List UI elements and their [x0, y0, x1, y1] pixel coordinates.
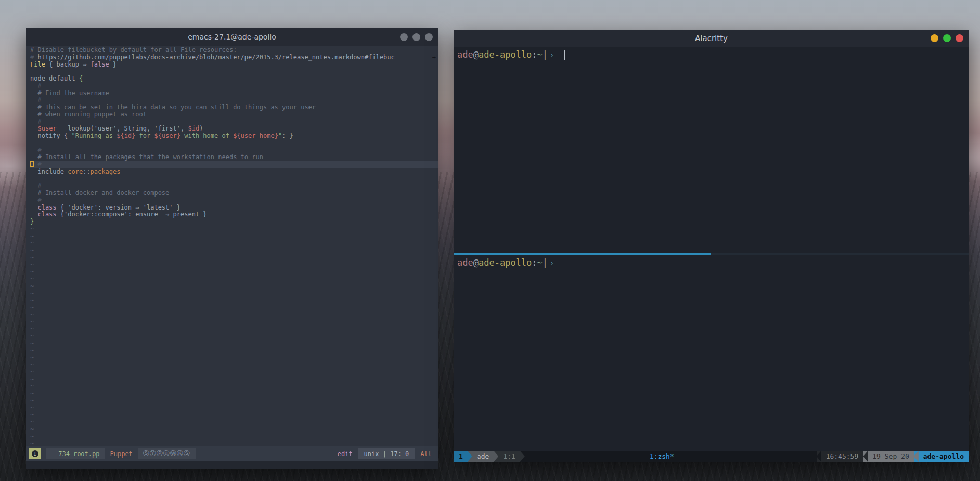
empty-line-tilde: ~ — [30, 276, 438, 283]
code-token: {'docker::compose': ensure ⇒ present } — [57, 211, 207, 218]
tmux-segment-19-sep-20[interactable]: 19-Sep-20 — [868, 451, 913, 462]
powerline-arrow-icon — [914, 451, 919, 462]
emacs-echo-area[interactable] — [26, 461, 438, 469]
tilde-marker: ~ — [30, 404, 34, 411]
empty-line-tilde: ~ — [30, 247, 438, 254]
tilde-marker: ~ — [30, 246, 34, 254]
tilde-marker: ~ — [30, 296, 34, 304]
empty-line-tilde: ~ — [30, 347, 438, 355]
emacs-buffer[interactable]: # Disable filebucket by default for all … — [26, 46, 438, 446]
powerline-arrow-icon — [468, 451, 472, 462]
empty-line-tilde: ~ — [30, 254, 438, 262]
tilde-marker: ~ — [30, 397, 34, 404]
minimize-button-icon[interactable] — [931, 34, 938, 42]
empty-line-tilde: ~ — [30, 390, 438, 397]
tilde-marker: ~ — [30, 354, 34, 361]
empty-line-tilde: ~ — [30, 426, 438, 433]
window-button-icon[interactable] — [425, 33, 433, 41]
code-token: # when running puppet as root — [30, 111, 147, 118]
powerline-arrow-icon — [520, 451, 525, 462]
code-token: core — [68, 168, 83, 175]
code-token: # Find the username — [30, 89, 109, 97]
tilde-marker: ~ — [30, 425, 34, 433]
code-token: # This can be set in the hira data so yo… — [30, 103, 316, 111]
empty-line-tilde: ~ — [30, 411, 438, 419]
close-button-icon[interactable] — [956, 34, 963, 42]
window-button-icon[interactable] — [412, 33, 420, 41]
tilde-marker: ~ — [30, 254, 34, 261]
major-mode-label[interactable]: Puppet — [110, 450, 133, 458]
tmux-segment-16-45-59[interactable]: 16:45:59 — [821, 451, 863, 462]
empty-line-tilde: ~ — [30, 319, 438, 326]
powerline-arrow-icon — [817, 451, 821, 462]
tilde-marker: ~ — [30, 389, 34, 397]
code-token: false — [91, 61, 109, 68]
buffer-size: 734 — [58, 450, 70, 458]
tmux-window-list[interactable]: 1:zsh* — [650, 451, 674, 462]
code-token: class — [30, 211, 57, 218]
code-token: "Running as — [71, 132, 117, 139]
alacritty-window-title: Alacritty — [695, 34, 728, 43]
code-token: } — [109, 61, 117, 68]
modified-indicator: - — [51, 450, 55, 458]
tmux-pane-bottom[interactable]: ade@ade-apollo:~|⇒ — [454, 255, 969, 451]
alacritty-window: Alacritty ade@ade-apollo:~|⇒ ade@ade-apo… — [454, 30, 969, 462]
code-token: # — [30, 54, 37, 61]
empty-line-tilde: ~ — [30, 397, 438, 405]
code-token: { 'docker': version ⇒ 'latest' } — [57, 204, 180, 211]
empty-line-tilde: ~ — [30, 333, 438, 340]
tilde-marker: ~ — [30, 318, 34, 326]
empty-line-tilde: ~ — [30, 361, 438, 369]
prompt-token: | — [543, 257, 548, 268]
buffer-line: # Disable filebucket by default for all … — [30, 47, 438, 54]
buffer-line: # https://github.com/puppetlabs/docs-arc… — [30, 54, 438, 61]
tilde-marker: ~ — [30, 311, 34, 318]
tmux-segment-1[interactable]: 1 — [454, 451, 468, 462]
tilde-marker: ~ — [30, 382, 34, 389]
code-token: # Disable filebucket by default for all … — [30, 46, 237, 54]
minor-modes-box: ⓈⓎⓅⓐⓌⓀⓈ — [138, 448, 196, 459]
code-token: # Install all the packages that the work… — [30, 153, 263, 161]
code-token: https://github.com/puppetlabs/docs-archi… — [37, 54, 394, 61]
code-token: ${id} — [117, 132, 135, 139]
buffer-line — [30, 68, 438, 75]
tmux-segment-ade[interactable]: ade — [472, 451, 494, 462]
buffer-line: # Install docker and docker-compose — [30, 190, 438, 197]
buffer-line: include core::packages — [30, 168, 438, 176]
empty-line-tilde: ~ — [30, 226, 438, 233]
prompt-token: : — [532, 49, 537, 60]
tilde-marker: ~ — [30, 261, 34, 268]
tmux-pane-top[interactable]: ade@ade-apollo:~|⇒ — [454, 47, 969, 253]
code-token: # — [30, 182, 42, 189]
maximize-button-icon[interactable] — [943, 34, 951, 42]
tmux-status-right: 16:45:5919-Sep-20ade-apollo — [817, 451, 969, 462]
tilde-marker: ~ — [30, 340, 34, 347]
window-button-icon[interactable] — [400, 33, 408, 41]
alacritty-titlebar-buttons — [931, 30, 963, 47]
tmux-segment-1-1[interactable]: 1:1 — [498, 451, 520, 462]
prompt-token: ade-apollo — [479, 49, 532, 60]
prompt-token: : — [532, 257, 537, 268]
alacritty-titlebar[interactable]: Alacritty — [454, 30, 969, 47]
tmux-segment-ade-apollo[interactable]: ade-apollo — [919, 451, 969, 462]
emacs-titlebar-buttons — [400, 28, 433, 46]
empty-line-tilde: ~ — [30, 233, 438, 240]
code-token: with home of — [180, 132, 233, 139]
empty-line-tilde: ~ — [30, 240, 438, 247]
buffer-line — [30, 176, 438, 183]
tilde-marker: ~ — [30, 361, 34, 368]
code-token: include — [30, 168, 68, 175]
empty-line-tilde: ~ — [30, 376, 438, 383]
tilde-marker: ~ — [30, 275, 34, 282]
tilde-marker: ~ — [30, 304, 34, 311]
powerline-arrow-icon — [863, 451, 868, 462]
code-token: packages — [91, 168, 121, 175]
emacs-cursor — [30, 161, 34, 167]
prompt-token: | — [543, 49, 548, 60]
buffer-line: File { backup ⇒ false } — [30, 61, 438, 69]
circled-number-icon: 1 — [32, 450, 38, 457]
code-token: = lookup('user', String, 'first', — [57, 125, 188, 132]
emacs-titlebar[interactable]: emacs-27.1@ade-apollo — [26, 28, 438, 46]
code-token: node default — [30, 75, 79, 82]
buffer-line: } — [30, 218, 438, 226]
